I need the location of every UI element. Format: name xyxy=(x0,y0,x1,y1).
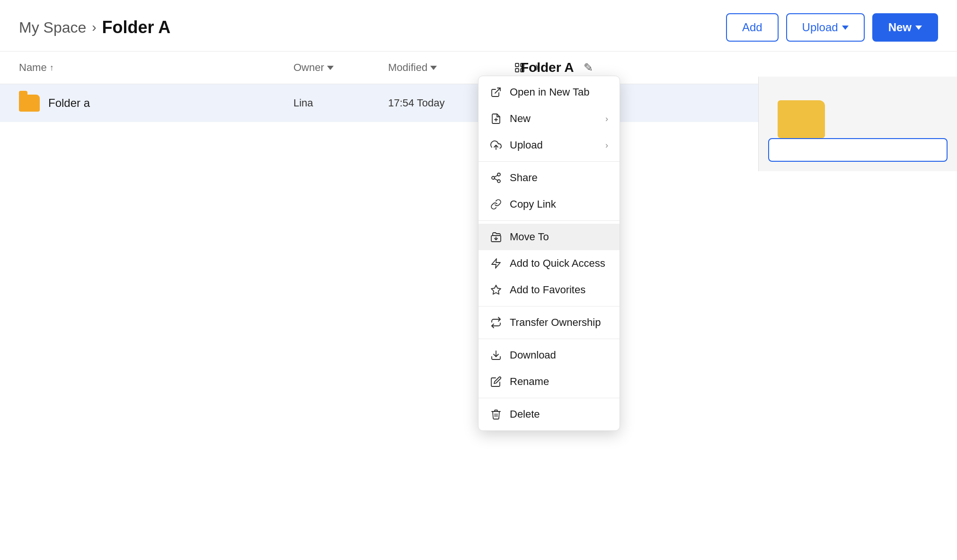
menu-item-transfer-ownership[interactable]: Transfer Ownership xyxy=(478,309,620,336)
menu-item-open-new-tab[interactable]: Open in New Tab xyxy=(478,79,620,105)
menu-item-download[interactable]: Download xyxy=(478,342,620,368)
owner-header-label: Owner xyxy=(293,61,324,74)
svg-rect-2 xyxy=(515,69,519,72)
folder-name-label: Folder a xyxy=(48,96,90,110)
divider-3 xyxy=(478,306,620,306)
menu-label-add-favorites: Add to Favorites xyxy=(510,284,585,296)
context-menu: Open in New Tab New › Upload › xyxy=(478,76,620,431)
menu-label-upload: Upload xyxy=(510,139,543,151)
upload-label: Upload xyxy=(802,21,838,34)
upload-button[interactable]: Upload xyxy=(786,13,865,42)
svg-line-4 xyxy=(495,88,500,93)
menu-label-open-new-tab: Open in New Tab xyxy=(510,86,589,98)
header-actions: Add Upload New xyxy=(726,13,938,42)
owner-sort-icon xyxy=(327,66,334,70)
menu-label-new: New xyxy=(510,113,531,125)
star-icon xyxy=(490,284,502,296)
rename-icon xyxy=(490,376,502,388)
new-chevron-icon xyxy=(915,26,922,30)
move-icon xyxy=(490,231,502,243)
breadcrumb: My Space › Folder A xyxy=(19,18,170,37)
panel-input[interactable] xyxy=(768,138,948,162)
svg-marker-15 xyxy=(492,259,500,268)
upload-chevron-icon xyxy=(842,26,849,30)
right-panel xyxy=(758,77,957,171)
transfer-icon xyxy=(490,316,502,329)
panel-title-area: Folder A ✎ xyxy=(521,60,593,75)
row-owner: Lina xyxy=(293,97,388,109)
menu-item-add-quick-access[interactable]: Add to Quick Access xyxy=(478,250,620,277)
menu-item-copy-link[interactable]: Copy Link xyxy=(478,191,620,218)
divider-5 xyxy=(478,398,620,398)
breadcrumb-separator: › xyxy=(92,20,96,35)
menu-label-add-quick-access: Add to Quick Access xyxy=(510,257,605,270)
menu-label-download: Download xyxy=(510,349,556,361)
panel-edit-icon[interactable]: ✎ xyxy=(584,61,593,74)
folder-icon xyxy=(19,95,40,112)
trash-icon xyxy=(490,408,502,420)
upload-arrow-icon: › xyxy=(605,140,608,150)
new-label: New xyxy=(888,21,912,34)
share-icon xyxy=(490,172,502,184)
menu-label-share: Share xyxy=(510,172,538,184)
add-button[interactable]: Add xyxy=(726,13,779,42)
menu-item-add-favorites[interactable]: Add to Favorites xyxy=(478,277,620,303)
menu-label-move-to: Move To xyxy=(510,231,549,243)
external-link-icon xyxy=(490,86,502,98)
svg-line-12 xyxy=(495,175,498,177)
breadcrumb-myspace[interactable]: My Space xyxy=(19,19,86,36)
modified-header-label: Modified xyxy=(388,61,427,74)
menu-item-rename[interactable]: Rename xyxy=(478,368,620,395)
menu-item-move-to[interactable]: Move To xyxy=(478,224,620,250)
svg-rect-0 xyxy=(515,63,519,67)
upload-icon xyxy=(490,139,502,151)
new-arrow-icon: › xyxy=(605,114,608,124)
header: My Space › Folder A Add Upload New xyxy=(0,0,957,52)
svg-line-11 xyxy=(495,179,498,181)
row-name: Folder a xyxy=(19,95,293,112)
menu-label-rename: Rename xyxy=(510,376,549,388)
menu-label-copy-link: Copy Link xyxy=(510,198,556,210)
menu-item-delete[interactable]: Delete xyxy=(478,401,620,428)
col-modified-header[interactable]: Modified xyxy=(388,61,511,74)
col-name-header[interactable]: Name ↑ xyxy=(19,61,293,74)
link-icon xyxy=(490,198,502,210)
breadcrumb-current: Folder A xyxy=(102,18,171,37)
panel-title: Folder A xyxy=(521,60,574,75)
name-sort-icon: ↑ xyxy=(50,63,54,73)
divider-1 xyxy=(478,161,620,162)
menu-label-delete: Delete xyxy=(510,408,540,420)
divider-2 xyxy=(478,220,620,221)
divider-4 xyxy=(478,339,620,339)
svg-marker-16 xyxy=(491,285,501,294)
menu-item-upload[interactable]: Upload › xyxy=(478,132,620,158)
col-owner-header[interactable]: Owner xyxy=(293,61,388,74)
new-button[interactable]: New xyxy=(872,13,938,42)
quick-access-icon xyxy=(490,257,502,270)
menu-item-share[interactable]: Share xyxy=(478,165,620,191)
name-header-label: Name xyxy=(19,61,47,74)
menu-item-new[interactable]: New › xyxy=(478,105,620,132)
menu-label-transfer-ownership: Transfer Ownership xyxy=(510,316,601,329)
download-icon xyxy=(490,349,502,361)
panel-folder-thumbnail xyxy=(778,100,825,138)
new-doc-icon xyxy=(490,113,502,125)
modified-sort-icon xyxy=(430,66,437,70)
